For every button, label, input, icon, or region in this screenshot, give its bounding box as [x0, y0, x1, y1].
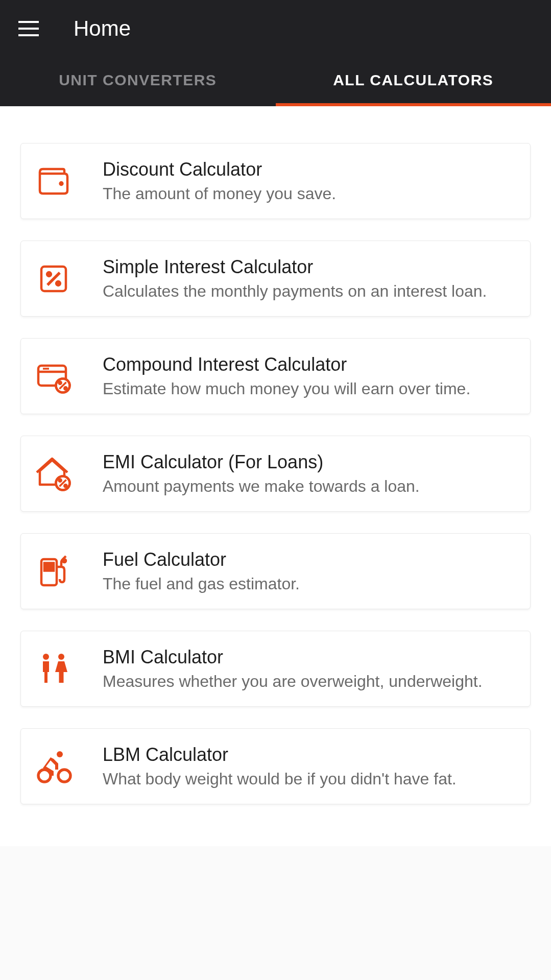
svg-point-22 [58, 654, 64, 660]
list-item-emi[interactable]: EMI Calculator (For Loans) Amount paymen… [20, 436, 531, 512]
tab-unit-converters[interactable]: UNIT CONVERTERS [0, 57, 276, 106]
card-desc: Amount payments we make towards a loan. [103, 477, 516, 496]
svg-point-10 [59, 381, 61, 384]
svg-point-16 [64, 485, 66, 487]
wallet-icon [35, 163, 72, 200]
tab-all-calculators[interactable]: ALL CALCULATORS [276, 57, 552, 106]
svg-point-25 [58, 770, 70, 782]
page-title: Home [74, 16, 131, 41]
svg-point-0 [60, 182, 63, 185]
card-title: Compound Interest Calculator [103, 354, 516, 375]
svg-point-2 [47, 272, 51, 276]
percent-box-icon [35, 260, 72, 297]
card-desc: Measures whether you are overweight, und… [103, 672, 516, 691]
list-item-lbm[interactable]: LBM Calculator What body weight would be… [20, 728, 531, 804]
card-desc: Estimate how much money you will earn ov… [103, 379, 516, 398]
list-item-discount[interactable]: Discount Calculator The amount of money … [20, 143, 531, 219]
svg-point-11 [64, 387, 66, 389]
svg-point-3 [56, 281, 60, 285]
list-item-bmi[interactable]: BMI Calculator Measures whether you are … [20, 631, 531, 707]
card-title: Discount Calculator [103, 159, 516, 180]
card-title: BMI Calculator [103, 647, 516, 668]
card-desc: Calculates the monthly payments on an in… [103, 282, 516, 301]
list-item-compound-interest[interactable]: Compound Interest Calculator Estimate ho… [20, 338, 531, 414]
house-percent-icon [35, 456, 72, 492]
tab-bar: UNIT CONVERTERS ALL CALCULATORS [0, 57, 551, 106]
card-title: Fuel Calculator [103, 549, 516, 570]
svg-point-23 [57, 751, 63, 757]
card-desc: The fuel and gas estimator. [103, 575, 516, 593]
svg-point-21 [43, 654, 49, 660]
card-title: EMI Calculator (For Loans) [103, 451, 516, 473]
card-desc: The amount of money you save. [103, 184, 516, 203]
card-percent-icon [35, 358, 72, 395]
svg-point-20 [63, 559, 66, 562]
card-title: Simple Interest Calculator [103, 256, 516, 278]
calculator-list: Discount Calculator The amount of money … [0, 106, 551, 846]
list-item-simple-interest[interactable]: Simple Interest Calculator Calculates th… [20, 241, 531, 317]
svg-rect-19 [44, 563, 54, 570]
card-title: LBM Calculator [103, 744, 516, 766]
hamburger-icon[interactable] [18, 21, 39, 36]
svg-point-15 [59, 479, 61, 481]
list-item-fuel[interactable]: Fuel Calculator The fuel and gas estimat… [20, 533, 531, 609]
cyclist-icon [35, 748, 72, 785]
card-desc: What body weight would be if you didn't … [103, 770, 516, 788]
people-icon [35, 651, 72, 687]
app-header: Home [0, 0, 551, 57]
fuel-icon [35, 553, 72, 590]
